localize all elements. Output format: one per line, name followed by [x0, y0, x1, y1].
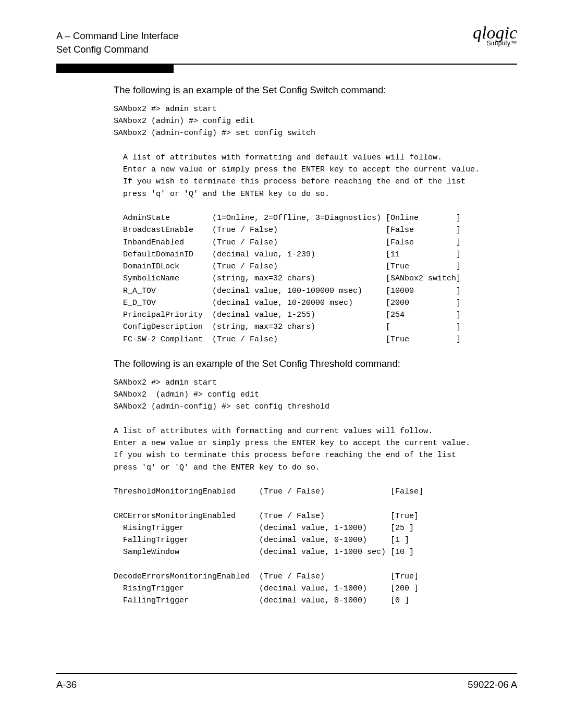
black-tab	[56, 64, 174, 73]
footer-page-number: A-36	[56, 679, 77, 690]
section1-intro: The following is an example of the Set C…	[114, 84, 517, 96]
section2-code: SANbox2 #> admin start SANbox2 (admin) #…	[114, 377, 517, 607]
body-content: The following is an example of the Set C…	[114, 84, 517, 607]
section1-code: SANbox2 #> admin start SANbox2 (admin) #…	[114, 103, 517, 346]
page-footer: A-36 59022-06 A	[56, 673, 517, 690]
header-text: A – Command Line Interface Set Config Co…	[56, 29, 178, 56]
header-subtitle: Set Config Command	[56, 43, 178, 56]
footer-rule	[56, 673, 517, 674]
logo-main: qlogic	[473, 24, 517, 42]
page-header: A – Command Line Interface Set Config Co…	[56, 29, 517, 56]
header-section: A – Command Line Interface	[56, 29, 178, 43]
logo-sub: Simplify™	[486, 40, 517, 47]
logo: qlogic Simplify™	[473, 24, 517, 47]
footer-doc-id: 59022-06 A	[468, 679, 517, 690]
page: A – Command Line Interface Set Config Co…	[0, 0, 563, 728]
section2-intro: The following is an example of the Set C…	[114, 358, 517, 369]
